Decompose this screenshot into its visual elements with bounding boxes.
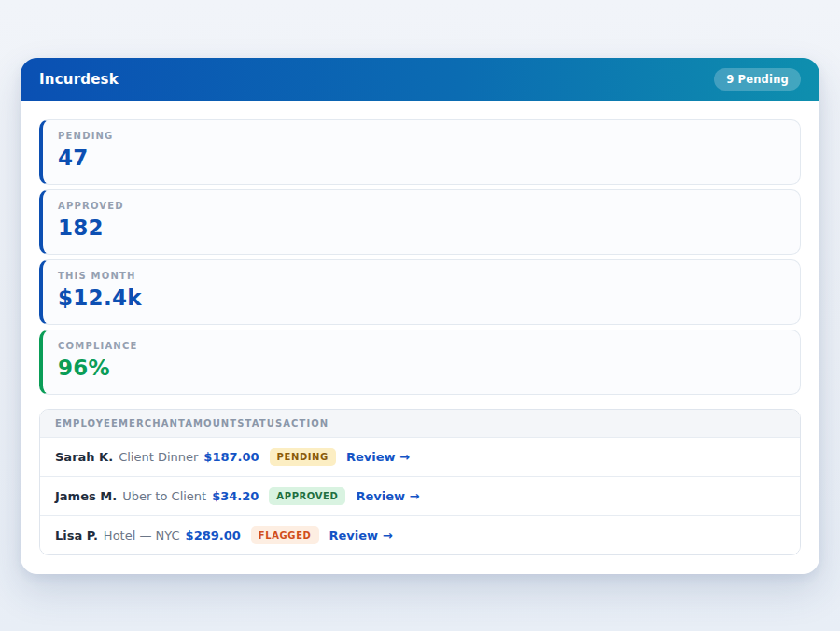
stat-label: COMPLIANCE xyxy=(58,341,785,351)
status-badge: APPROVED xyxy=(269,487,345,505)
stat-label: APPROVED xyxy=(58,201,785,211)
stat-card-compliance: COMPLIANCE 96% xyxy=(39,330,801,395)
merchant-name: Hotel — NYC xyxy=(104,528,180,542)
table-header-row: EMPLOYEEMERCHANTAMOUNTSTATUSACTION xyxy=(40,410,800,438)
review-link[interactable]: Review → xyxy=(346,450,410,464)
expense-row: Lisa P. Hotel — NYC $289.00 FLAGGED Revi… xyxy=(40,515,800,554)
expense-amount: $187.00 xyxy=(203,450,259,464)
status-badge: FLAGGED xyxy=(251,526,319,544)
column-header-employee: EMPLOYEE xyxy=(55,418,119,428)
employee-name: James M. xyxy=(55,489,117,503)
stat-card-approved: APPROVED 182 xyxy=(39,189,801,255)
pending-count-badge: 9 Pending xyxy=(714,68,801,91)
employee-name: Lisa P. xyxy=(55,528,98,542)
expense-table: EMPLOYEEMERCHANTAMOUNTSTATUSACTION Sarah… xyxy=(39,409,801,555)
merchant-name: Uber to Client xyxy=(122,489,206,503)
expense-row: Sarah K. Client Dinner $187.00 PENDING R… xyxy=(40,438,800,476)
expense-row: James M. Uber to Client $34.20 APPROVED … xyxy=(40,476,800,515)
column-header-amount: AMOUNT xyxy=(185,418,237,428)
app-title: Incurdesk xyxy=(39,71,119,88)
column-header-action: ACTION xyxy=(283,418,329,428)
stat-value: 47 xyxy=(58,146,785,170)
review-link[interactable]: Review → xyxy=(329,528,393,542)
stat-value: 182 xyxy=(58,216,785,240)
column-header-status: STATUS xyxy=(237,418,283,428)
main-content: PENDING 47 APPROVED 182 THIS MONTH $12.4… xyxy=(21,101,819,574)
stat-label: THIS MONTH xyxy=(58,271,785,281)
merchant-name: Client Dinner xyxy=(119,450,198,464)
stat-card-pending: PENDING 47 xyxy=(39,119,801,185)
expense-amount: $34.20 xyxy=(212,489,259,503)
page-background: Incurdesk 9 Pending PENDING 47 APPROVED … xyxy=(0,0,840,631)
stat-value: 96% xyxy=(58,356,785,380)
app-header: Incurdesk 9 Pending xyxy=(21,58,819,101)
app-card: Incurdesk 9 Pending PENDING 47 APPROVED … xyxy=(21,58,819,574)
employee-name: Sarah K. xyxy=(55,450,113,464)
stat-label: PENDING xyxy=(58,131,785,141)
review-link[interactable]: Review → xyxy=(356,489,419,503)
expense-amount: $289.00 xyxy=(186,528,241,542)
column-header-merchant: MERCHANT xyxy=(119,418,185,428)
status-badge: PENDING xyxy=(270,448,336,466)
stat-value: $12.4k xyxy=(58,286,785,310)
stat-card-this-month: THIS MONTH $12.4k xyxy=(39,259,801,325)
